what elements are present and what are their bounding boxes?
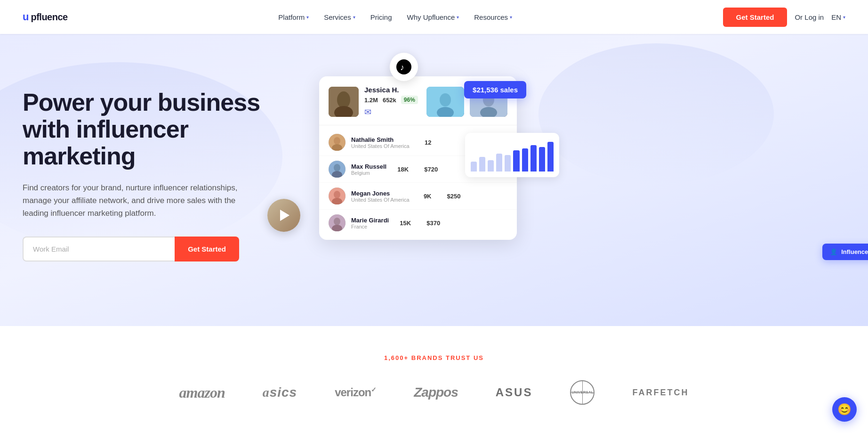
avatar: [329, 161, 346, 178]
list-item: Marie Girardi France 15K $370: [319, 210, 517, 236]
hero-content: Power your business with influencer mark…: [23, 89, 267, 261]
list-item-location: France: [351, 224, 389, 229]
logo[interactable]: u pfluence: [23, 11, 68, 23]
influencer-matching-badge: 👤 Influencer Matching: [822, 244, 868, 260]
svg-point-12: [334, 137, 340, 145]
list-item-location: Belgium: [351, 170, 386, 176]
avatar: [329, 188, 346, 204]
hero-heading: Power your business with influencer mark…: [23, 89, 267, 170]
featured-name: Jessica H.: [364, 86, 421, 94]
nav-resources-label: Resources: [474, 13, 508, 21]
list-item-name: Marie Girardi: [351, 217, 389, 224]
chart-bar-active: [547, 142, 554, 172]
svg-point-18: [334, 191, 340, 198]
nav-item-services[interactable]: Services ▾: [318, 9, 361, 25]
list-item-sales: $370: [417, 220, 440, 227]
chart-bars: [471, 139, 554, 172]
nav-right: Get Started Or Log in EN ▾: [723, 8, 845, 27]
svg-text:♪: ♪: [400, 63, 404, 72]
chat-bubble[interactable]: 😊: [832, 397, 857, 422]
farfetch-logo: FARFETCH: [632, 388, 689, 398]
featured-influencer-row: Jessica H. 1.2M 652k 96% ✉: [319, 76, 517, 125]
featured-engagement: 652k: [383, 97, 396, 104]
list-item-name: Megan Jones: [351, 190, 410, 197]
featured-info: Jessica H. 1.2M 652k 96% ✉: [364, 86, 421, 117]
list-item-info: Nathalie Smith United States Of America: [351, 136, 410, 149]
chevron-down-icon: ▾: [457, 15, 459, 20]
brands-section: 1,600+ BRANDS TRUST US amazon asics veri…: [0, 326, 868, 433]
chart-card: [465, 133, 559, 177]
verizon-logo: verizon✓: [335, 386, 376, 399]
nav-item-pricing[interactable]: Pricing: [365, 9, 398, 25]
avatar: [329, 214, 346, 231]
featured-score: 96%: [401, 96, 418, 104]
mail-icon: ✉: [364, 107, 421, 117]
avatar: [329, 134, 346, 151]
chart-bar-active: [513, 150, 519, 172]
nav-get-started-button[interactable]: Get Started: [723, 8, 788, 27]
hero-form: Get Started: [23, 237, 239, 261]
svg-point-6: [440, 93, 451, 106]
sales-badge: $21,536 sales: [464, 81, 526, 98]
logo-icon: u: [23, 11, 29, 23]
list-item-info: Max Russell Belgium: [351, 163, 386, 176]
chart-bar: [471, 162, 477, 172]
email-input[interactable]: [23, 237, 175, 261]
nav-pricing-label: Pricing: [370, 13, 392, 21]
list-item-metric: 18K: [392, 166, 409, 173]
chart-bar: [505, 155, 511, 172]
hero-section: Power your business with influencer mark…: [0, 34, 868, 326]
chart-bar: [479, 157, 485, 172]
chevron-down-icon: ▾: [306, 15, 309, 20]
matching-label: Influencer Matching: [841, 248, 868, 255]
list-item-info: Megan Jones United States Of America: [351, 190, 410, 203]
list-item-metric: 9K: [415, 193, 432, 200]
hero-subheading: Find creators for your brand, nurture in…: [23, 181, 249, 220]
chevron-down-icon: ▾: [353, 15, 355, 20]
nav-item-platform[interactable]: Platform ▾: [273, 9, 314, 25]
brands-label: 1,600+ BRANDS TRUST US: [384, 354, 484, 361]
chat-icon: 😊: [837, 403, 852, 416]
svg-point-3: [337, 91, 350, 108]
asics-logo: asics: [263, 385, 297, 400]
login-link[interactable]: Or Log in: [795, 13, 824, 21]
chevron-down-icon: ▾: [843, 15, 845, 20]
list-item-name: Max Russell: [351, 163, 386, 170]
navbar: u pfluence Platform ▾ Services ▾ Pricing…: [0, 0, 868, 34]
nav-services-label: Services: [324, 13, 351, 21]
chevron-down-icon: ▾: [510, 15, 512, 20]
chart-bar: [496, 154, 502, 172]
nav-links: Platform ▾ Services ▾ Pricing Why Upflue…: [273, 9, 518, 25]
chart-bar: [488, 160, 494, 172]
matching-icon: 👤: [830, 248, 837, 255]
list-item-metric: 15K: [394, 220, 411, 227]
nav-item-resources[interactable]: Resources ▾: [468, 9, 518, 25]
play-icon: [280, 210, 289, 221]
list-item-location: United States Of America: [351, 143, 410, 149]
logo-text: pfluence: [31, 12, 67, 23]
featured-stats: 1.2M 652k 96%: [364, 96, 421, 104]
language-label: EN: [831, 13, 841, 21]
dashboard-card: Jessica H. 1.2M 652k 96% ✉: [319, 76, 517, 240]
svg-point-21: [334, 218, 340, 225]
tiktok-bubble: ♪: [390, 53, 418, 81]
list-item: Megan Jones United States Of America 9K …: [319, 183, 517, 210]
play-button[interactable]: [267, 199, 300, 232]
list-item-name: Nathalie Smith: [351, 136, 410, 143]
chart-bar-active: [539, 147, 545, 172]
brands-logos: amazon asics verizon✓ Zappos ASUS UNIVER…: [179, 380, 689, 405]
nav-platform-label: Platform: [278, 13, 305, 21]
influencer-thumb-1: [426, 87, 464, 117]
asus-logo: ASUS: [496, 386, 533, 399]
list-item-info: Marie Girardi France: [351, 217, 389, 229]
nav-item-why[interactable]: Why Upfluence ▾: [402, 9, 465, 25]
language-selector[interactable]: EN ▾: [831, 13, 845, 21]
zappos-logo: Zappos: [414, 385, 458, 400]
featured-followers: 1.2M: [364, 97, 378, 104]
chart-bar-active: [530, 145, 537, 172]
list-item-sales: $720: [414, 166, 438, 173]
hero-get-started-button[interactable]: Get Started: [175, 237, 239, 261]
svg-point-15: [334, 164, 340, 172]
list-item-metric: 12: [415, 139, 432, 146]
universal-logo: UNIVERSAL: [570, 380, 595, 405]
